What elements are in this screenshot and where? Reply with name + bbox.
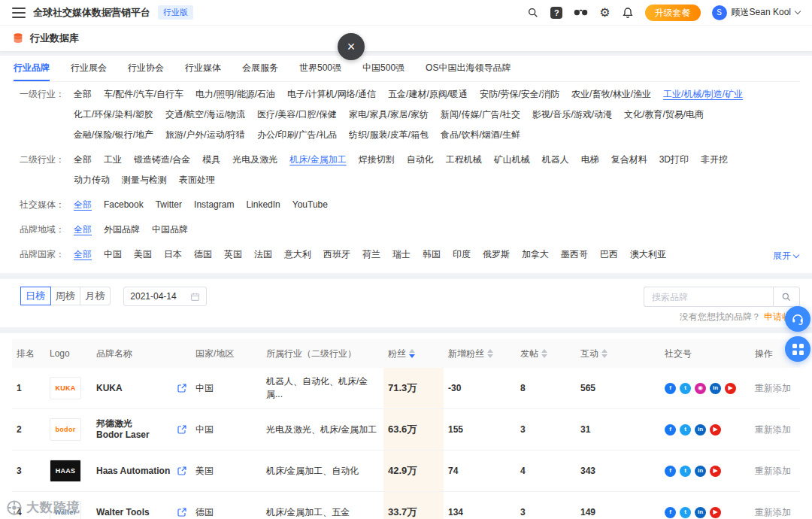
filter-option[interactable]: 自动化 (407, 150, 434, 170)
nav-tab[interactable]: 行业展会 (71, 56, 107, 81)
filter-option[interactable]: 光电及激光 (232, 150, 277, 170)
filter-option[interactable]: 西班牙 (323, 244, 350, 265)
date-picker[interactable]: 2021-04-14 (123, 287, 206, 306)
twitter-icon[interactable]: t (680, 466, 691, 477)
notifications-bell-icon[interactable] (622, 7, 634, 19)
upgrade-plan-button[interactable]: 升级套餐 (645, 5, 701, 21)
nav-tab[interactable]: 行业品牌 (14, 56, 50, 81)
linkedin-icon[interactable]: in (695, 466, 706, 477)
youtube-icon[interactable]: ▶ (710, 424, 721, 436)
rank-period-button[interactable]: 月榜 (80, 287, 111, 305)
search-icon[interactable] (527, 7, 539, 19)
filter-option[interactable]: 全部 (74, 150, 92, 170)
filter-option[interactable]: 动力传动 (74, 170, 110, 190)
filter-option[interactable]: 安防/劳保/安全/消防 (480, 84, 559, 105)
filter-option[interactable]: 全部 (74, 220, 92, 240)
filter-option[interactable]: 文化/教育/贸易/电商 (624, 105, 704, 125)
filter-option[interactable]: YouTube (292, 195, 328, 215)
filter-option[interactable]: 家电/家具/家居/家纺 (349, 105, 429, 125)
filter-option[interactable]: 模具 (202, 150, 220, 170)
filter-option[interactable]: 农业/畜牧/林业/渔业 (571, 84, 651, 105)
filter-option[interactable]: 全部 (74, 84, 92, 105)
filter-option[interactable]: 非开挖 (701, 150, 728, 170)
filter-option[interactable]: Facebook (104, 195, 144, 215)
filter-option[interactable]: 巴西 (600, 244, 618, 265)
filter-option[interactable]: 旅游/户外/运动/狩猎 (165, 125, 245, 145)
filter-option[interactable]: 法国 (254, 244, 272, 265)
filter-option[interactable]: 车/配件/汽车/自行车 (104, 84, 183, 105)
filter-option[interactable]: 中国品牌 (152, 220, 188, 240)
filter-option[interactable]: 澳大利亚 (630, 244, 666, 265)
nav-tab[interactable]: OS中国出海领导品牌 (426, 56, 511, 81)
filter-option[interactable]: 意大利 (284, 244, 311, 265)
re-add-link[interactable]: 重新添加 (755, 423, 791, 436)
nav-tab[interactable]: 会展服务 (242, 56, 278, 81)
filter-option[interactable]: 全部 (74, 244, 92, 265)
customer-service-button[interactable] (785, 306, 810, 332)
external-link-icon[interactable] (177, 425, 186, 434)
facebook-icon[interactable]: f (665, 466, 676, 477)
filter-option[interactable]: 德国 (194, 244, 212, 265)
filter-option[interactable]: 五金/建材/原阀/暖通 (388, 84, 468, 105)
filter-option[interactable]: 印度 (453, 244, 471, 265)
filter-option[interactable]: 日本 (164, 244, 182, 265)
youtube-icon[interactable]: ▶ (710, 507, 721, 518)
filter-option[interactable]: 复合材料 (611, 150, 647, 170)
user-menu[interactable]: S 顾送Sean Kool (712, 5, 800, 20)
filter-option[interactable]: 美国 (134, 244, 152, 265)
youtube-icon[interactable]: ▶ (710, 466, 721, 477)
instagram-icon[interactable]: ◉ (695, 383, 706, 394)
filter-option[interactable]: 工业/机械/制造/矿业 (663, 84, 743, 105)
filter-option[interactable]: 交通/航空/海运/物流 (165, 105, 245, 125)
nav-tab[interactable]: 世界500强 (299, 56, 341, 81)
filter-option[interactable]: 英国 (224, 244, 242, 265)
col-header-new-fans[interactable]: 新增粉丝 (444, 339, 516, 368)
close-icon[interactable]: × (338, 33, 365, 60)
filter-option[interactable]: 俄罗斯 (483, 244, 510, 265)
twitter-icon[interactable]: t (680, 424, 691, 436)
filter-option[interactable]: 机器人 (542, 150, 569, 170)
filter-option[interactable]: 瑞士 (392, 244, 411, 265)
linkedin-icon[interactable]: in (695, 424, 706, 436)
filter-option[interactable]: LinkedIn (246, 195, 280, 215)
filter-option[interactable]: 焊接切割 (359, 150, 395, 170)
filter-option[interactable]: 测量与检测 (122, 170, 167, 190)
filter-option[interactable]: 机床/金属加工 (289, 150, 346, 170)
filter-option[interactable]: 工业 (104, 150, 122, 170)
rank-period-button[interactable]: 日榜 (20, 287, 51, 305)
filter-option[interactable]: 韩国 (423, 244, 441, 265)
filter-option[interactable]: 工程机械 (446, 150, 482, 170)
filter-option[interactable]: 纺织/服装/皮革/箱包 (349, 125, 429, 145)
re-add-link[interactable]: 重新添加 (755, 382, 791, 395)
youtube-icon[interactable]: ▶ (725, 383, 736, 394)
filter-option[interactable]: 办公/印刷/广告/礼品 (257, 125, 337, 145)
rank-period-button[interactable]: 周榜 (50, 287, 81, 305)
filter-option[interactable]: 医疗/美容/口腔/保健 (257, 105, 337, 125)
filter-option[interactable]: 中国 (104, 244, 122, 265)
filter-option[interactable]: 影视/音乐/游戏/动漫 (532, 105, 612, 125)
search-button[interactable] (773, 287, 800, 307)
filter-option[interactable]: 新闻/传媒/广告/社交 (441, 105, 520, 125)
facebook-icon[interactable]: f (665, 383, 676, 394)
collapse-menu-icon[interactable] (12, 8, 26, 18)
nav-tab[interactable]: 行业媒体 (185, 56, 221, 81)
external-link-icon[interactable] (177, 508, 186, 517)
filter-option[interactable]: 荷兰 (362, 244, 380, 265)
col-header-interactions[interactable]: 互动 (576, 339, 660, 368)
re-add-link[interactable]: 重新添加 (755, 465, 791, 478)
filter-option[interactable]: 加拿大 (522, 244, 549, 265)
filter-option[interactable]: 电梯 (581, 150, 599, 170)
help-icon[interactable]: ? (550, 7, 562, 19)
filter-option[interactable]: 外国品牌 (104, 220, 140, 240)
linkedin-icon[interactable]: in (710, 383, 721, 394)
filter-option[interactable]: Twitter (156, 195, 182, 215)
filter-option[interactable]: 锻造铸造/合金 (134, 150, 190, 170)
twitter-icon[interactable]: t (680, 507, 691, 518)
nav-tab[interactable]: 中国500强 (362, 56, 404, 81)
filter-option[interactable]: 食品/饮料/烟酒/生鲜 (441, 125, 520, 145)
re-add-link[interactable]: 重新添加 (755, 506, 791, 519)
search-input[interactable] (644, 287, 773, 307)
filter-option[interactable]: 表面处理 (179, 170, 215, 190)
twitter-icon[interactable]: t (680, 383, 691, 394)
apps-launcher-button[interactable] (785, 336, 810, 362)
